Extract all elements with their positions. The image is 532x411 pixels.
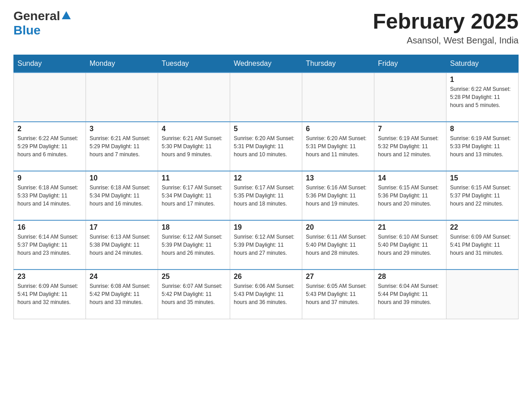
day-number: 12 bbox=[234, 174, 298, 182]
day-number: 6 bbox=[306, 125, 370, 133]
day-info: Sunrise: 6:21 AM Sunset: 5:30 PM Dayligh… bbox=[162, 134, 226, 158]
day-number: 10 bbox=[90, 174, 154, 182]
calendar-cell: 3Sunrise: 6:21 AM Sunset: 5:29 PM Daylig… bbox=[86, 122, 158, 171]
calendar-cell: 26Sunrise: 6:06 AM Sunset: 5:43 PM Dayli… bbox=[230, 270, 302, 319]
calendar-cell bbox=[302, 73, 374, 122]
day-info: Sunrise: 6:04 AM Sunset: 5:44 PM Dayligh… bbox=[378, 282, 442, 306]
day-info: Sunrise: 6:19 AM Sunset: 5:33 PM Dayligh… bbox=[450, 134, 515, 158]
day-number: 16 bbox=[17, 223, 82, 231]
calendar-cell: 4Sunrise: 6:21 AM Sunset: 5:30 PM Daylig… bbox=[158, 122, 230, 171]
column-header-monday: Monday bbox=[86, 55, 158, 73]
day-info: Sunrise: 6:15 AM Sunset: 5:37 PM Dayligh… bbox=[450, 184, 515, 208]
day-info: Sunrise: 6:08 AM Sunset: 5:42 PM Dayligh… bbox=[90, 282, 154, 306]
day-info: Sunrise: 6:13 AM Sunset: 5:38 PM Dayligh… bbox=[90, 233, 154, 257]
calendar-cell: 6Sunrise: 6:20 AM Sunset: 5:31 PM Daylig… bbox=[302, 122, 374, 171]
day-number: 24 bbox=[90, 273, 154, 281]
day-number: 19 bbox=[234, 223, 298, 231]
day-number: 23 bbox=[17, 273, 82, 281]
calendar-cell: 24Sunrise: 6:08 AM Sunset: 5:42 PM Dayli… bbox=[86, 270, 158, 319]
calendar-cell: 25Sunrise: 6:07 AM Sunset: 5:42 PM Dayli… bbox=[158, 270, 230, 319]
day-number: 3 bbox=[90, 125, 154, 133]
day-info: Sunrise: 6:17 AM Sunset: 5:34 PM Dayligh… bbox=[162, 184, 226, 208]
column-header-thursday: Thursday bbox=[302, 55, 374, 73]
day-info: Sunrise: 6:11 AM Sunset: 5:40 PM Dayligh… bbox=[306, 233, 370, 257]
location-subtitle: Asansol, West Bengal, India bbox=[373, 35, 519, 46]
day-number: 13 bbox=[306, 174, 370, 182]
calendar-cell: 10Sunrise: 6:18 AM Sunset: 5:34 PM Dayli… bbox=[86, 171, 158, 220]
day-number: 9 bbox=[17, 174, 82, 182]
day-number: 20 bbox=[306, 223, 370, 231]
calendar-cell: 9Sunrise: 6:18 AM Sunset: 5:33 PM Daylig… bbox=[14, 171, 86, 220]
day-number: 11 bbox=[162, 174, 226, 182]
day-number: 26 bbox=[234, 273, 298, 281]
calendar-cell bbox=[86, 73, 158, 122]
day-info: Sunrise: 6:09 AM Sunset: 5:41 PM Dayligh… bbox=[17, 282, 82, 306]
day-info: Sunrise: 6:05 AM Sunset: 5:43 PM Dayligh… bbox=[306, 282, 370, 306]
page-header: General Blue February 2025 Asansol, West… bbox=[13, 9, 519, 46]
day-number: 27 bbox=[306, 273, 370, 281]
day-info: Sunrise: 6:14 AM Sunset: 5:37 PM Dayligh… bbox=[17, 233, 82, 257]
day-info: Sunrise: 6:06 AM Sunset: 5:43 PM Dayligh… bbox=[234, 282, 298, 306]
day-info: Sunrise: 6:19 AM Sunset: 5:32 PM Dayligh… bbox=[378, 134, 442, 158]
day-info: Sunrise: 6:22 AM Sunset: 5:29 PM Dayligh… bbox=[17, 134, 82, 158]
day-number: 7 bbox=[378, 125, 442, 133]
day-info: Sunrise: 6:09 AM Sunset: 5:41 PM Dayligh… bbox=[450, 233, 515, 257]
day-number: 15 bbox=[450, 174, 515, 182]
week-row-5: 23Sunrise: 6:09 AM Sunset: 5:41 PM Dayli… bbox=[14, 270, 519, 319]
day-number: 4 bbox=[162, 125, 226, 133]
day-number: 25 bbox=[162, 273, 226, 281]
day-info: Sunrise: 6:18 AM Sunset: 5:33 PM Dayligh… bbox=[17, 184, 82, 208]
day-info: Sunrise: 6:15 AM Sunset: 5:36 PM Dayligh… bbox=[378, 184, 442, 208]
day-info: Sunrise: 6:16 AM Sunset: 5:36 PM Dayligh… bbox=[306, 184, 370, 208]
day-info: Sunrise: 6:18 AM Sunset: 5:34 PM Dayligh… bbox=[90, 184, 154, 208]
calendar-cell: 13Sunrise: 6:16 AM Sunset: 5:36 PM Dayli… bbox=[302, 171, 374, 220]
logo-triangle-icon bbox=[62, 11, 71, 19]
calendar-cell bbox=[14, 73, 86, 122]
day-info: Sunrise: 6:12 AM Sunset: 5:39 PM Dayligh… bbox=[234, 233, 298, 257]
day-number: 5 bbox=[234, 125, 298, 133]
calendar-cell bbox=[158, 73, 230, 122]
logo-blue-text: Blue bbox=[13, 23, 41, 38]
calendar-cell: 23Sunrise: 6:09 AM Sunset: 5:41 PM Dayli… bbox=[14, 270, 86, 319]
logo-general-text: General bbox=[13, 9, 60, 23]
calendar-cell: 12Sunrise: 6:17 AM Sunset: 5:35 PM Dayli… bbox=[230, 171, 302, 220]
day-info: Sunrise: 6:12 AM Sunset: 5:39 PM Dayligh… bbox=[162, 233, 226, 257]
day-info: Sunrise: 6:20 AM Sunset: 5:31 PM Dayligh… bbox=[234, 134, 298, 158]
calendar-cell: 14Sunrise: 6:15 AM Sunset: 5:36 PM Dayli… bbox=[374, 171, 446, 220]
day-number: 28 bbox=[378, 273, 442, 281]
day-info: Sunrise: 6:22 AM Sunset: 5:28 PM Dayligh… bbox=[450, 85, 515, 109]
day-number: 1 bbox=[450, 76, 515, 84]
day-number: 22 bbox=[450, 223, 515, 231]
calendar-cell: 22Sunrise: 6:09 AM Sunset: 5:41 PM Dayli… bbox=[446, 220, 519, 270]
calendar-cell: 19Sunrise: 6:12 AM Sunset: 5:39 PM Dayli… bbox=[230, 220, 302, 270]
week-row-1: 1Sunrise: 6:22 AM Sunset: 5:28 PM Daylig… bbox=[14, 73, 519, 122]
column-header-tuesday: Tuesday bbox=[158, 55, 230, 73]
column-header-saturday: Saturday bbox=[446, 55, 519, 73]
day-info: Sunrise: 6:10 AM Sunset: 5:40 PM Dayligh… bbox=[378, 233, 442, 257]
day-number: 21 bbox=[378, 223, 442, 231]
logo: General Blue bbox=[13, 9, 71, 38]
column-header-friday: Friday bbox=[374, 55, 446, 73]
title-section: February 2025 Asansol, West Bengal, Indi… bbox=[373, 9, 519, 46]
day-number: 14 bbox=[378, 174, 442, 182]
day-number: 17 bbox=[90, 223, 154, 231]
calendar-cell bbox=[446, 270, 519, 319]
calendar-cell: 27Sunrise: 6:05 AM Sunset: 5:43 PM Dayli… bbox=[302, 270, 374, 319]
day-number: 8 bbox=[450, 125, 515, 133]
calendar-header-row: SundayMondayTuesdayWednesdayThursdayFrid… bbox=[14, 55, 519, 73]
calendar-cell: 18Sunrise: 6:12 AM Sunset: 5:39 PM Dayli… bbox=[158, 220, 230, 270]
week-row-3: 9Sunrise: 6:18 AM Sunset: 5:33 PM Daylig… bbox=[14, 171, 519, 220]
column-header-sunday: Sunday bbox=[14, 55, 86, 73]
calendar-cell: 20Sunrise: 6:11 AM Sunset: 5:40 PM Dayli… bbox=[302, 220, 374, 270]
calendar-cell: 28Sunrise: 6:04 AM Sunset: 5:44 PM Dayli… bbox=[374, 270, 446, 319]
calendar-cell: 16Sunrise: 6:14 AM Sunset: 5:37 PM Dayli… bbox=[14, 220, 86, 270]
calendar-cell bbox=[374, 73, 446, 122]
month-title: February 2025 bbox=[373, 9, 519, 34]
calendar-cell: 15Sunrise: 6:15 AM Sunset: 5:37 PM Dayli… bbox=[446, 171, 519, 220]
day-info: Sunrise: 6:20 AM Sunset: 5:31 PM Dayligh… bbox=[306, 134, 370, 158]
week-row-2: 2Sunrise: 6:22 AM Sunset: 5:29 PM Daylig… bbox=[14, 122, 519, 171]
day-info: Sunrise: 6:17 AM Sunset: 5:35 PM Dayligh… bbox=[234, 184, 298, 208]
calendar-cell: 1Sunrise: 6:22 AM Sunset: 5:28 PM Daylig… bbox=[446, 73, 519, 122]
column-header-wednesday: Wednesday bbox=[230, 55, 302, 73]
calendar-cell: 5Sunrise: 6:20 AM Sunset: 5:31 PM Daylig… bbox=[230, 122, 302, 171]
